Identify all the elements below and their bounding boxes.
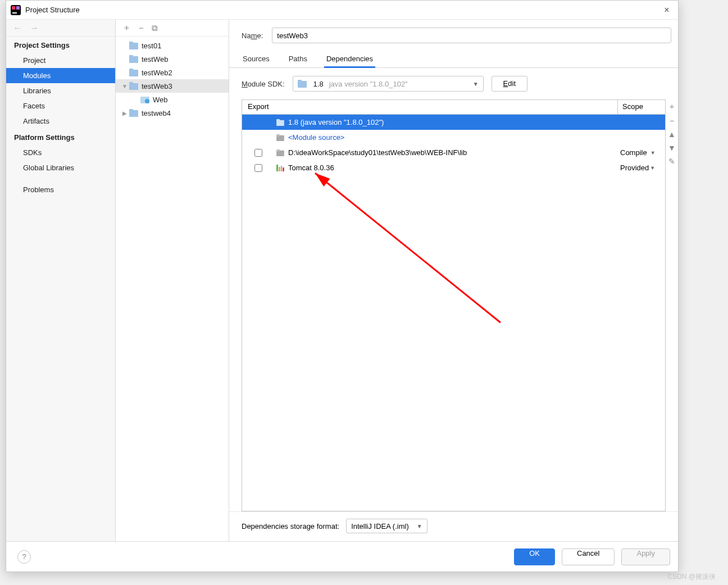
storage-value: IntelliJ IDEA (.iml) (351, 522, 409, 530)
export-checkbox[interactable] (254, 149, 262, 157)
dependencies-table: Export Scope 1.8 (java version "1.8.0_10… (242, 99, 666, 511)
table-header: Export Scope (242, 100, 665, 115)
watermark: CSDN @摇滚侠 (667, 572, 716, 582)
table-body: 1.8 (java version "1.8.0_102") <Module s… (242, 115, 665, 511)
svg-rect-21 (276, 134, 280, 136)
folder-icon (275, 134, 286, 141)
tree-toolbar: ＋ − ⧉ (116, 20, 229, 37)
tree-label: testWeb2 (142, 69, 172, 77)
help-icon[interactable]: ? (17, 550, 31, 564)
edit-button[interactable]: Edit (492, 76, 527, 92)
web-icon (140, 96, 149, 103)
svg-line-24 (315, 173, 501, 323)
project-structure-dialog: Project Structure × ← → Project Settings… (6, 0, 679, 572)
sidebar-item-problems[interactable]: Problems (6, 182, 115, 197)
sidebar-item-artifacts[interactable]: Artifacts (6, 114, 115, 129)
svg-rect-3 (12, 12, 17, 13)
apply-button[interactable]: Apply (621, 548, 670, 565)
tree-node-testweb2[interactable]: testWeb2 (116, 66, 229, 79)
tree-node-testweb4[interactable]: ▶ testweb4 (116, 106, 229, 120)
add-dependency-icon[interactable]: ＋ (668, 102, 676, 112)
sidebar-item-sdks[interactable]: SDKs (6, 145, 115, 160)
tree-node-testweb3[interactable]: ▼ testWeb3 (116, 79, 229, 93)
folder-icon (275, 149, 286, 156)
dialog-body: ← → Project Settings Project Modules Lib… (6, 20, 678, 541)
ok-button[interactable]: OK (514, 548, 555, 565)
name-field[interactable] (272, 28, 671, 43)
dep-name: 1.8 (java version "1.8.0_102") (286, 118, 618, 126)
app-icon (11, 5, 21, 15)
add-icon[interactable]: ＋ (122, 22, 131, 33)
chevron-down-icon[interactable]: ▼ (120, 83, 129, 89)
remove-dependency-icon[interactable]: − (670, 116, 674, 125)
tab-sources[interactable]: Sources (242, 51, 271, 67)
export-checkbox[interactable] (254, 164, 262, 172)
titlebar: Project Structure × (6, 1, 678, 20)
svg-rect-7 (129, 55, 133, 57)
header-scope: Scope (618, 100, 665, 114)
dep-scope[interactable]: Provided▼ (618, 164, 665, 172)
tree-node-test01[interactable]: test01 (116, 39, 229, 52)
header-export: Export (242, 100, 618, 114)
sidebar-section-platform-settings: Platform Settings (6, 129, 115, 145)
close-icon[interactable]: × (660, 5, 674, 15)
sidebar-item-project[interactable]: Project (6, 53, 115, 68)
dialog-footer: ? OK Cancel Apply (6, 541, 678, 572)
dep-row-sdk[interactable]: 1.8 (java version "1.8.0_102") (242, 115, 665, 130)
back-icon[interactable]: ← (13, 23, 22, 33)
tab-dependencies[interactable]: Dependencies (325, 51, 374, 67)
dep-row-tomcat[interactable]: Tomcat 8.0.36 Provided▼ (242, 160, 665, 175)
name-row: Name: (229, 28, 678, 51)
remove-icon[interactable]: − (139, 23, 144, 33)
sidebar: ← → Project Settings Project Modules Lib… (6, 20, 116, 541)
dep-name: <Module source> (286, 133, 618, 142)
folder-icon (129, 82, 138, 90)
dep-row-module-source[interactable]: <Module source> (242, 130, 665, 145)
library-icon (275, 165, 286, 171)
sidebar-item-facets[interactable]: Facets (6, 98, 115, 114)
move-down-icon[interactable]: ▼ (668, 143, 676, 152)
dependencies-side-toolbar: ＋ − ▲ ▼ ✎ (666, 99, 678, 511)
tabs: Sources Paths Dependencies (229, 51, 678, 68)
folder-icon (129, 42, 138, 49)
cancel-button[interactable]: Cancel (562, 548, 615, 565)
chevron-down-icon: ▼ (417, 523, 422, 529)
chevron-right-icon[interactable]: ▶ (120, 110, 129, 116)
sidebar-item-global-libraries[interactable]: Global Libraries (6, 160, 115, 175)
checkbox-cell (242, 164, 275, 172)
sidebar-item-libraries[interactable]: Libraries (6, 83, 115, 98)
tree-label: testWeb (142, 55, 168, 64)
dep-name: D:\ideaWorkSpace\study01\testWeb3\web\WE… (286, 148, 618, 157)
tab-paths[interactable]: Paths (288, 51, 308, 67)
sidebar-nav: ← → (6, 20, 115, 37)
module-tree-panel: ＋ − ⧉ test01 testWeb testWeb2 ▼ (116, 20, 229, 541)
svg-rect-11 (129, 82, 133, 84)
storage-row: Dependencies storage format: IntelliJ ID… (229, 511, 678, 541)
svg-rect-9 (129, 69, 133, 71)
dep-name: Tomcat 8.0.36 (286, 164, 618, 172)
chevron-down-icon: ▼ (473, 81, 479, 87)
dep-row-lib[interactable]: D:\ideaWorkSpace\study01\testWeb3\web\WE… (242, 145, 665, 160)
tree-node-web[interactable]: Web (116, 93, 229, 106)
sdk-value: 1.8 (313, 80, 324, 88)
sdk-row: Module SDK: 1.8 java version "1.8.0_102"… (229, 68, 678, 99)
module-sdk-label: Module SDK: (242, 80, 285, 88)
copy-icon[interactable]: ⧉ (152, 23, 158, 33)
svg-rect-2 (16, 6, 20, 10)
module-sdk-combo[interactable]: 1.8 java version "1.8.0_102" ▼ (293, 76, 484, 92)
folder-icon (298, 80, 307, 88)
tree-node-testweb[interactable]: testWeb (116, 52, 229, 66)
chevron-down-icon: ▼ (650, 150, 656, 156)
sidebar-item-modules[interactable]: Modules (6, 68, 115, 83)
tree-label: testweb4 (142, 109, 171, 117)
move-up-icon[interactable]: ▲ (668, 130, 676, 139)
folder-icon (129, 69, 138, 76)
edit-dependency-icon[interactable]: ✎ (668, 157, 675, 166)
forward-icon[interactable]: → (30, 23, 39, 33)
dep-scope[interactable]: Compile▼ (618, 148, 665, 157)
tree-label: testWeb3 (142, 82, 172, 90)
sidebar-section-project-settings: Project Settings (6, 37, 115, 53)
checkbox-cell (242, 149, 275, 157)
tree-label: test01 (142, 42, 161, 50)
storage-format-combo[interactable]: IntelliJ IDEA (.iml) ▼ (346, 519, 427, 533)
